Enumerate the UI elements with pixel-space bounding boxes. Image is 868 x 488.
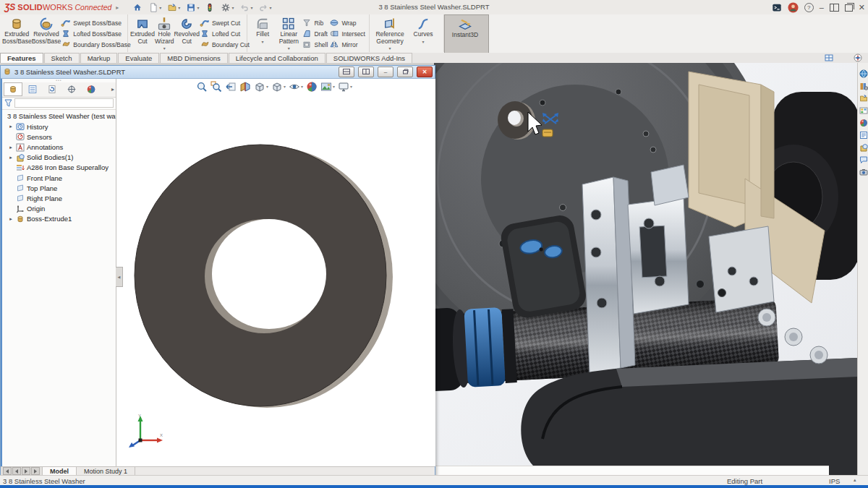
featuremanager-tree-tab[interactable] — [4, 82, 22, 96]
custom-properties-icon[interactable] — [859, 130, 868, 140]
intersect-button[interactable]: Intersect — [329, 28, 367, 39]
doc-tile-vertical-button[interactable] — [358, 67, 374, 77]
minimize-button[interactable]: – — [820, 3, 824, 12]
zoom-to-area-button[interactable] — [210, 81, 222, 93]
linear-pattern-button[interactable]: Linear Pattern▾ — [276, 16, 302, 51]
section-view-button[interactable] — [239, 81, 251, 93]
tree-item-annotations[interactable]: ▸Annotations — [2, 142, 116, 152]
tree-root-item[interactable]: 3 8 Stainless Steel Washer (test washer)… — [2, 111, 116, 121]
tab-lifecycle-collaboration[interactable]: Lifecycle and Collaboration — [229, 53, 326, 63]
redo-button[interactable]: ▾ — [256, 2, 273, 13]
maximize-button[interactable] — [830, 4, 839, 12]
capture-icon[interactable] — [859, 167, 868, 176]
view-settings-button[interactable]: ▾ — [338, 81, 352, 93]
mirror-button[interactable]: Mirror — [329, 39, 367, 50]
assembly-model[interactable] — [434, 63, 857, 475]
window-layout-icon[interactable] — [825, 53, 833, 62]
zoom-to-fit-button[interactable] — [196, 81, 208, 93]
solidworks-resources-icon[interactable] — [859, 69, 868, 78]
command-console-icon[interactable] — [772, 3, 782, 12]
rib-button[interactable]: Rib — [302, 17, 329, 28]
revolved-cut-button[interactable]: Revolved Cut — [174, 16, 199, 45]
tab-features[interactable]: Features — [0, 53, 43, 63]
view-palette-icon[interactable] — [859, 106, 868, 115]
status-units[interactable]: IPS — [829, 477, 840, 485]
fillet-button[interactable]: Fillet▾ — [250, 16, 276, 44]
part-viewport[interactable]: ◀ ▾ ▾ ▾ ▾ ▾ — [116, 79, 435, 466]
part-reviewer-icon[interactable] — [859, 142, 868, 152]
close-button[interactable]: ✕ — [859, 3, 865, 12]
dimxpertmanager-tab[interactable] — [62, 82, 81, 96]
propertymanager-tab[interactable] — [23, 82, 42, 96]
tree-item-material[interactable]: A286 Iron Base Superalloy — [2, 163, 116, 173]
home-button[interactable] — [130, 2, 145, 13]
edit-appearance-button[interactable] — [306, 81, 318, 93]
boundary-boss-base-button[interactable]: Boundary Boss/Base — [61, 39, 132, 50]
configurationmanager-tab[interactable] — [43, 82, 61, 96]
extruded-boss-base-button[interactable]: Extruded Boss/Base — [2, 16, 32, 45]
tree-item-sensors[interactable]: Sensors — [2, 132, 116, 142]
tree-item-boss-extrude1[interactable]: ▸Boss-Extrude1 — [2, 214, 116, 224]
open-button[interactable]: ▾ — [165, 2, 182, 13]
hide-show-items-button[interactable]: ▾ — [289, 81, 303, 93]
tab-markup[interactable]: Markup — [80, 53, 118, 63]
tab-solidworks-addins[interactable]: SOLIDWORKS Add-Ins — [326, 53, 412, 63]
hole-wizard-button[interactable]: Hole Wizard▾ — [155, 16, 174, 51]
file-explorer-icon[interactable] — [859, 93, 868, 103]
undo-button[interactable]: ▾ — [237, 2, 255, 13]
first-tab-button[interactable] — [3, 467, 12, 475]
display-style-button[interactable]: ▾ — [271, 81, 286, 93]
compass-icon[interactable] — [854, 53, 862, 62]
lifecycle-status-button[interactable] — [203, 2, 217, 13]
curves-button[interactable]: Curves▾ — [408, 16, 438, 44]
doc-minimize-button[interactable]: – — [378, 67, 393, 77]
extruded-cut-button[interactable]: Extruded Cut — [130, 16, 155, 45]
displaymanager-tab[interactable] — [82, 82, 101, 96]
previous-view-button[interactable] — [225, 81, 237, 93]
last-tab-button[interactable] — [31, 467, 40, 475]
tree-filter-input[interactable] — [14, 98, 114, 108]
shell-button[interactable]: Shell — [302, 39, 329, 50]
tab-mbd-dimensions[interactable]: MBD Dimensions — [160, 53, 227, 63]
help-button[interactable]: ? — [804, 3, 814, 12]
units-dropdown-icon[interactable]: ▴ — [854, 477, 856, 483]
forum-icon[interactable] — [859, 155, 868, 164]
doc-restore-button[interactable] — [397, 67, 413, 77]
filter-funnel-icon[interactable] — [4, 99, 12, 107]
new-document-button[interactable]: ▾ — [146, 2, 163, 13]
tree-item-solid-bodies[interactable]: ▸Solid Bodies(1) — [2, 153, 116, 163]
tab-sketch[interactable]: Sketch — [44, 53, 80, 63]
next-tab-button[interactable] — [22, 467, 30, 475]
lofted-cut-button[interactable]: Lofted Cut — [200, 28, 251, 39]
swept-cut-button[interactable]: Swept Cut — [200, 17, 251, 28]
doc-close-button[interactable]: ✕ — [417, 67, 433, 77]
tab-evaluate[interactable]: Evaluate — [118, 53, 159, 63]
more-tabs-chevron[interactable]: ▸ — [111, 86, 114, 93]
washer-model[interactable] — [116, 79, 435, 466]
doc-tile-horizontal-button[interactable] — [339, 67, 354, 77]
apply-scene-button[interactable]: ▾ — [320, 81, 335, 93]
wrap-button[interactable]: Wrap — [329, 17, 367, 28]
reference-geometry-button[interactable]: Reference Geometry▾ — [372, 16, 408, 51]
view-orientation-button[interactable]: ▾ — [254, 81, 268, 93]
options-button[interactable]: ▾ — [218, 2, 236, 13]
logo-expand-icon[interactable]: ▸ — [116, 4, 119, 11]
boundary-cut-button[interactable]: Boundary Cut — [200, 39, 251, 50]
lofted-boss-base-button[interactable]: Lofted Boss/Base — [61, 28, 132, 39]
appearances-scenes-icon[interactable] — [859, 118, 868, 127]
prev-tab-button[interactable] — [12, 467, 21, 475]
assembly-viewport[interactable] — [434, 63, 857, 475]
tree-item-origin[interactable]: Origin — [2, 204, 116, 214]
document-titlebar[interactable]: 3 8 Stainless Steel Washer.SLDPRT – ✕ — [1, 66, 435, 79]
user-avatar[interactable] — [788, 2, 799, 13]
restore-button[interactable] — [845, 4, 853, 12]
tree-item-front-plane[interactable]: Front Plane — [2, 173, 116, 183]
draft-button[interactable]: Draft — [302, 28, 329, 39]
design-library-icon[interactable] — [859, 81, 868, 90]
tree-item-top-plane[interactable]: Top Plane — [2, 183, 116, 193]
save-button[interactable]: ▾ — [184, 2, 201, 13]
tree-item-history[interactable]: ▸History — [2, 121, 116, 132]
revolved-boss-base-button[interactable]: Revolved Boss/Base — [32, 16, 61, 45]
instant3d-button[interactable]: Instant3D — [447, 17, 483, 39]
tree-item-right-plane[interactable]: Right Plane — [2, 193, 116, 203]
